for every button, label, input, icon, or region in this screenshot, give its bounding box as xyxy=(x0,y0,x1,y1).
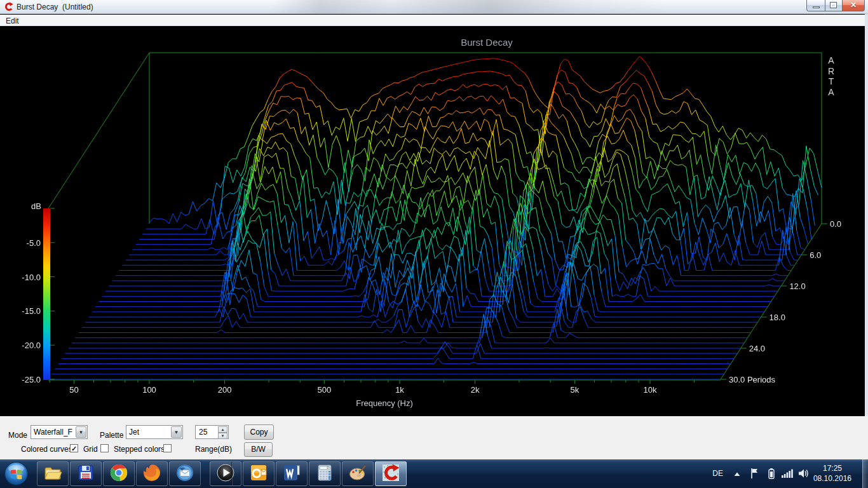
tray-date: 08.10.2016 xyxy=(813,473,851,484)
taskbar-item-media-player[interactable] xyxy=(210,461,241,486)
arta-burst-decay-window: Burst Decay (Untitled) ✕ Edit Burst Deca… xyxy=(0,0,868,488)
arta-watermark: A R T A xyxy=(828,55,834,97)
close-button[interactable]: ✕ xyxy=(842,0,865,11)
freq-tick-label: 100 xyxy=(142,385,156,395)
show-hidden-icons-arrow-icon[interactable] xyxy=(733,471,741,477)
burst-decay-plot: Burst DecayA R T AdB-5.0-10.0-15.0-20.0-… xyxy=(0,26,868,416)
network-signal-icon[interactable] xyxy=(782,469,793,478)
tray-time: 17:25 xyxy=(813,463,851,473)
taskbar-item-save-floppy[interactable] xyxy=(70,461,102,486)
period-tick-label: 6.0 xyxy=(810,250,821,260)
calculator-icon: 0 xyxy=(315,463,334,485)
maximize-button[interactable] xyxy=(825,0,843,11)
chevron-down-icon[interactable]: ▼ xyxy=(171,426,182,438)
windows-start-icon xyxy=(4,461,29,486)
chrome-icon xyxy=(109,463,128,485)
palette-dropdown[interactable]: Jet ▼ xyxy=(126,425,183,439)
taskbar-item-explorer[interactable] xyxy=(37,461,69,486)
minimize-button[interactable] xyxy=(806,0,825,11)
taskbar-item-outlook[interactable] xyxy=(243,461,275,486)
maximize-icon xyxy=(831,3,836,8)
taskbar-item-chrome[interactable] xyxy=(103,461,135,486)
range-spinner[interactable]: 25 ▲ ▼ xyxy=(195,425,229,439)
mode-label: Mode xyxy=(8,431,27,440)
chevron-down-icon[interactable]: ▼ xyxy=(76,426,86,438)
menu-bar: Edit xyxy=(0,15,868,26)
window-title: Burst Decay (Untitled) xyxy=(17,3,93,11)
show-desktop-button[interactable] xyxy=(862,459,868,488)
range-db-label: Range(dB) xyxy=(195,445,232,454)
battery-icon[interactable] xyxy=(768,468,775,479)
taskbar-item-paint[interactable] xyxy=(342,461,374,486)
period-tick-label: 0.0 xyxy=(830,219,841,229)
db-tick-label: -5.0 xyxy=(27,238,41,247)
freq-tick-label: 10k xyxy=(644,385,657,395)
taskbar-item-thunderbird[interactable] xyxy=(169,461,201,486)
clock[interactable]: 17:25 08.10.2016 xyxy=(813,463,851,484)
save-floppy-icon xyxy=(76,463,95,485)
colored-curves-label: Colored curves xyxy=(21,445,72,454)
window-frame-edge xyxy=(865,14,868,416)
aero-glass-reflection xyxy=(273,0,667,14)
minimize-icon xyxy=(813,6,820,8)
arta-app-icon xyxy=(4,2,13,11)
period-tick-label: 18.0 xyxy=(770,313,785,322)
close-icon: ✕ xyxy=(843,1,864,10)
spinner-up-icon[interactable]: ▲ xyxy=(218,426,227,433)
freq-tick-label: 2k xyxy=(471,385,480,395)
freq-tick-label: 200 xyxy=(218,385,232,395)
freq-tick-label: 1k xyxy=(395,385,404,395)
freq-tick-label: 50 xyxy=(69,385,78,395)
chart-title: Burst Decay xyxy=(461,37,513,48)
freq-tick-label: 500 xyxy=(318,385,332,395)
firefox-icon xyxy=(142,463,161,485)
stepped-colors-checkbox[interactable] xyxy=(163,444,172,452)
language-indicator[interactable]: DE xyxy=(712,469,723,478)
palette-label: Palette xyxy=(100,431,123,440)
grid-checkbox[interactable] xyxy=(100,444,109,452)
taskbar-item-arta[interactable] xyxy=(375,461,407,486)
word-icon xyxy=(282,463,301,485)
freq-axis-label: Frequency (Hz) xyxy=(356,398,413,408)
title-bar[interactable]: Burst Decay (Untitled) ✕ xyxy=(0,0,868,14)
action-center-flag-icon[interactable] xyxy=(750,468,759,479)
grid-label: Grid xyxy=(83,445,98,454)
db-tick-label: -15.0 xyxy=(22,306,41,316)
volume-speaker-icon[interactable] xyxy=(798,468,810,478)
bw-button[interactable]: B/W xyxy=(244,442,273,457)
explorer-icon xyxy=(43,463,62,485)
spinner-down-icon[interactable]: ▼ xyxy=(218,433,227,439)
stepped-colors-label: Stepped colors xyxy=(114,445,165,454)
taskbar: 0 DE xyxy=(0,459,868,488)
taskbar-item-firefox[interactable] xyxy=(136,461,168,486)
start-button[interactable] xyxy=(4,461,29,486)
freq-tick-label: 5k xyxy=(571,385,580,395)
db-tick-label: -25.0 xyxy=(22,375,41,384)
period-tick-label: 30.0 Periods xyxy=(729,375,775,384)
taskbar-item-word[interactable] xyxy=(276,461,308,486)
arta-icon xyxy=(381,463,400,485)
period-tick-label: 12.0 xyxy=(789,281,805,291)
control-panel: Mode Waterfall_F ▼ Palette Jet ▼ 25 ▲ ▼ … xyxy=(0,416,868,459)
db-tick-label: -10.0 xyxy=(22,272,41,281)
palette-value: Jet xyxy=(129,428,139,437)
thunderbird-icon xyxy=(175,463,194,485)
menu-edit[interactable]: Edit xyxy=(0,15,25,27)
range-value: 25 xyxy=(199,428,207,437)
db-axis-label: dB xyxy=(31,201,41,211)
period-tick-label: 24.0 xyxy=(749,344,765,353)
copy-button[interactable]: Copy xyxy=(244,424,274,440)
db-tick-label: -20.0 xyxy=(22,341,41,350)
mode-dropdown[interactable]: Waterfall_F ▼ xyxy=(31,425,88,439)
colored-curves-checkbox[interactable] xyxy=(70,444,78,452)
mode-value: Waterfall_F xyxy=(34,428,72,437)
taskbar-item-calculator[interactable]: 0 xyxy=(309,461,341,486)
outlook-icon xyxy=(249,463,268,485)
taskbar-separator xyxy=(231,462,233,485)
paint-icon xyxy=(348,463,367,485)
waterfall-canvas xyxy=(0,26,868,416)
